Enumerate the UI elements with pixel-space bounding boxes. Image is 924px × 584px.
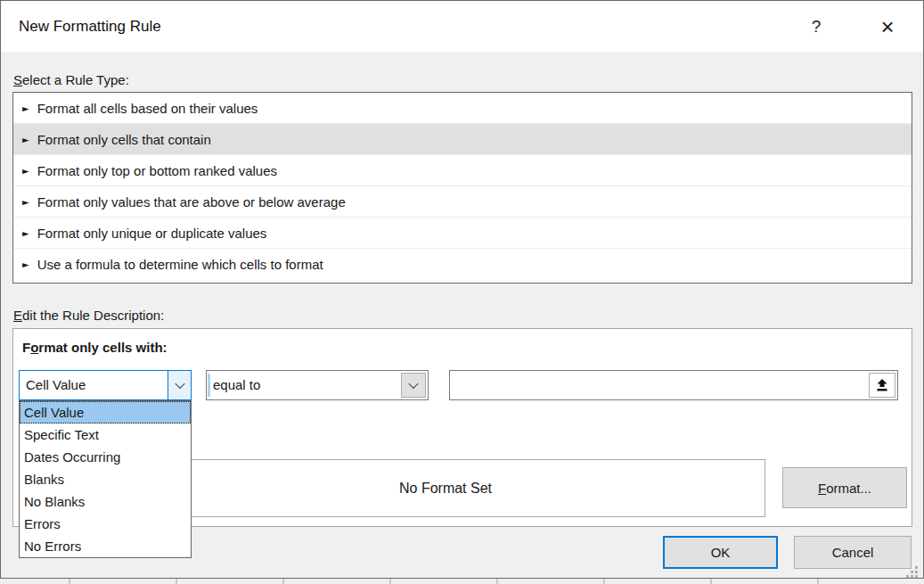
close-icon: × <box>880 13 894 40</box>
worksheet-gridline <box>282 579 284 584</box>
operator-dropdown-button[interactable] <box>401 373 426 398</box>
collapse-dialog-button[interactable] <box>869 373 895 398</box>
rule-type-item[interactable]: ► Format only unique or duplicate values <box>13 218 912 249</box>
rule-type-label: Select a Rule Type: <box>13 72 129 87</box>
rule-type-item-selected[interactable]: ► Format only cells that contain <box>13 124 912 155</box>
worksheet-gridline <box>176 579 177 584</box>
dropdown-option[interactable]: Blanks <box>20 468 191 490</box>
condition-type-dropdown-button[interactable] <box>168 371 191 399</box>
dropdown-option-selected[interactable]: Cell Value <box>20 401 191 424</box>
rule-type-list: ► Format all cells based on their values… <box>12 92 912 284</box>
dropdown-option[interactable]: No Blanks <box>20 490 191 513</box>
close-button[interactable]: × <box>868 1 907 52</box>
rule-type-item[interactable]: ► Format all cells based on their values <box>13 93 912 124</box>
dialog-title: New Formatting Rule <box>19 1 161 52</box>
format-only-cells-with-caption: Format only cells with: <box>22 340 168 355</box>
comparison-value-input[interactable] <box>452 373 866 398</box>
operator-value: equal to <box>213 371 260 399</box>
dropdown-option[interactable]: No Errors <box>20 535 191 557</box>
new-formatting-rule-dialog: New Formatting Rule ? × Select a Rule Ty… <box>0 0 924 579</box>
arrow-bullet-icon: ► <box>22 166 29 176</box>
cancel-button[interactable]: Cancel <box>794 536 912 569</box>
worksheet-gridline <box>817 579 819 584</box>
chevron-down-icon <box>175 379 184 389</box>
chevron-down-icon <box>408 379 418 389</box>
arrow-bullet-icon: ► <box>22 197 29 207</box>
worksheet-gridline <box>389 579 391 584</box>
text-cursor <box>208 374 210 397</box>
worksheet-gridline <box>603 579 605 584</box>
help-icon: ? <box>812 17 822 36</box>
rule-type-item[interactable]: ► Format only values that are above or b… <box>13 186 912 218</box>
arrow-bullet-icon: ► <box>22 135 29 144</box>
dropdown-option[interactable]: Dates Occurring <box>20 446 191 468</box>
worksheet-behind-dialog <box>0 578 924 584</box>
arrow-bullet-icon: ► <box>22 259 29 269</box>
arrow-bullet-icon: ► <box>22 228 29 238</box>
format-button[interactable]: Format... <box>782 467 907 508</box>
dropdown-option[interactable]: Errors <box>20 513 191 535</box>
resize-grip[interactable] <box>906 566 919 579</box>
rule-description-label: Edit the Rule Description: <box>13 308 164 323</box>
title-bar[interactable]: New Formatting Rule ? × <box>1 1 923 52</box>
worksheet-gridline <box>69 579 70 584</box>
comparison-value-field <box>449 370 898 400</box>
arrow-bullet-icon: ► <box>22 103 29 113</box>
condition-type-dropdown-list: Cell Value Specific Text Dates Occurring… <box>19 400 192 558</box>
ok-button[interactable]: OK <box>663 536 778 569</box>
operator-combobox[interactable]: equal to <box>206 370 429 400</box>
condition-type-combobox[interactable]: Cell Value <box>19 370 192 400</box>
format-preview-text: No Format Set <box>399 481 492 497</box>
format-preview: No Format Set <box>126 459 765 517</box>
collapse-dialog-icon <box>875 378 889 392</box>
worksheet-gridline <box>496 579 498 584</box>
rule-type-item[interactable]: ► Format only top or bottom ranked value… <box>13 155 912 186</box>
help-button[interactable]: ? <box>797 1 836 52</box>
rule-type-item[interactable]: ► Use a formula to determine which cells… <box>13 249 912 280</box>
screen: New Formatting Rule ? × Select a Rule Ty… <box>0 0 924 584</box>
dropdown-option[interactable]: Specific Text <box>20 424 191 446</box>
worksheet-gridline <box>710 579 712 584</box>
condition-type-value: Cell Value <box>26 371 86 399</box>
